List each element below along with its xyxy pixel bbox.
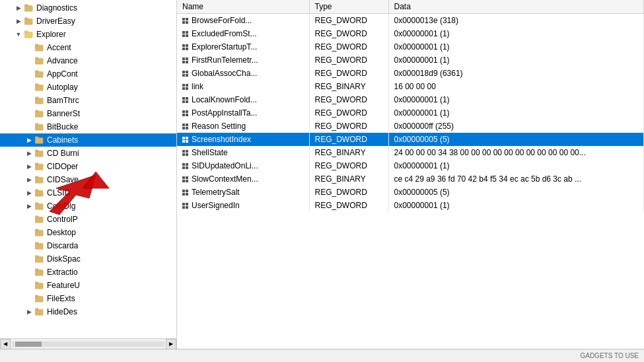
svg-rect-11	[35, 71, 38, 73]
folder-icon	[34, 267, 45, 277]
expand-arrow[interactable]	[24, 135, 34, 145]
values-panel: Name Type Data BrowseForFold...REG_DWORD…	[177, 0, 644, 349]
svg-rect-16	[35, 112, 43, 118]
tree-item-featureu[interactable]: FeatureU	[0, 279, 176, 292]
svg-rect-15	[35, 97, 38, 99]
tree-item-controlp[interactable]: ControlP	[0, 213, 176, 226]
expand-arrow[interactable]	[24, 201, 34, 211]
svg-rect-33	[35, 216, 38, 218]
cell-name-text: BrowseForFold...	[192, 16, 252, 25]
tree-item-bamthrc[interactable]: BamThrc	[0, 94, 176, 107]
tree-item-bitbucke[interactable]: BitBucke	[0, 120, 176, 133]
table-row[interactable]: ExcludedFromSt...REG_DWORD0x00000001 (1)	[177, 27, 644, 40]
svg-rect-30	[35, 204, 43, 210]
table-row[interactable]: linkREG_BINARY16 00 00 00	[177, 80, 644, 93]
tree-item-cabinets[interactable]: Cabinets	[0, 133, 176, 147]
tree-item-cidsave[interactable]: CIDSave	[0, 173, 176, 186]
col-header-name[interactable]: Name	[177, 0, 309, 14]
tree-item-comdlg[interactable]: ComDlg	[0, 199, 176, 213]
cell-name: TelemetrySalt	[177, 186, 309, 199]
svg-rect-18	[35, 125, 43, 131]
cell-type: REG_DWORD	[309, 120, 388, 133]
tree-item-label: DiskSpac	[47, 254, 81, 264]
svg-rect-9	[35, 57, 38, 59]
tree-item-clsid[interactable]: CLSID	[0, 186, 176, 199]
scroll-right-btn[interactable]: ▶	[166, 339, 176, 349]
folder-icon	[24, 3, 34, 13]
svg-rect-42	[35, 283, 43, 289]
folder-icon	[34, 307, 45, 317]
table-row[interactable]: BrowseForFold...REG_DWORD0x0000013e (318…	[177, 14, 644, 27]
svg-rect-26	[35, 178, 43, 184]
tree-item-appcont[interactable]: AppCont	[0, 67, 176, 81]
cell-name: SIDUpdatedOnLi...	[177, 159, 309, 172]
tree-item-drivereasy[interactable]: DriverEasy	[0, 15, 176, 28]
table-row[interactable]: UserSignedInREG_DWORD0x00000001 (1)	[177, 199, 644, 212]
folder-icon	[34, 95, 45, 106]
cell-name-text: SlowContextMen...	[192, 174, 258, 184]
tree-item-cidoper[interactable]: CIDOper	[0, 160, 176, 173]
tree-item-accent[interactable]: Accent	[0, 41, 176, 54]
svg-rect-3	[24, 18, 28, 20]
svg-rect-22	[35, 151, 43, 157]
folder-icon	[34, 174, 45, 185]
tree-scroll[interactable]: ◀ ▶	[0, 338, 176, 349]
tree-item-label: FeatureU	[47, 281, 80, 290]
tree-item-diagnostics[interactable]: Diagnostics	[0, 1, 176, 15]
cell-type: REG_BINARY	[309, 80, 388, 93]
tree-item-diskspac[interactable]: DiskSpac	[0, 252, 176, 266]
table-row[interactable]: FirstRunTelemetr...REG_DWORD0x00000001 (…	[177, 54, 644, 67]
expand-arrow[interactable]	[24, 148, 34, 159]
col-header-data[interactable]: Data	[388, 0, 644, 14]
tree-item-bannerst[interactable]: BannerSt	[0, 107, 176, 120]
expand-arrow[interactable]	[24, 188, 34, 198]
tree-item-desktop[interactable]: Desktop	[0, 226, 176, 239]
expand-arrow[interactable]	[24, 174, 34, 185]
expand-arrow[interactable]	[24, 161, 34, 172]
tree-item-hidedes[interactable]: HideDes	[0, 305, 176, 318]
tree-item-discarda[interactable]: Discarda	[0, 239, 176, 252]
tree-item-cdburni[interactable]: CD Burni	[0, 147, 176, 160]
table-row[interactable]: Reason SettingREG_DWORD0x000000ff (255)	[177, 120, 644, 133]
svg-rect-37	[35, 242, 38, 244]
h-scroll-track[interactable]	[12, 342, 164, 347]
expand-arrow[interactable]	[13, 16, 24, 26]
status-bar: GADGETS TO USE	[0, 349, 644, 362]
cell-data: 0x00000001 (1)	[388, 159, 644, 172]
tree-item-advance[interactable]: Advance	[0, 54, 176, 67]
expand-arrow[interactable]	[13, 29, 24, 40]
cell-name-text: Reason Setting	[192, 122, 246, 131]
cell-type: REG_BINARY	[309, 146, 388, 159]
table-row[interactable]: SlowContextMen...REG_BINARYce c4 29 a9 3…	[177, 172, 644, 186]
col-header-type[interactable]: Type	[309, 0, 388, 14]
tree-item-label: AppCont	[47, 69, 78, 79]
tree-item-label: Cabinets	[47, 135, 78, 145]
svg-rect-36	[35, 244, 43, 250]
table-row[interactable]: ScreenshotIndexREG_DWORD0x00000005 (5)	[177, 133, 644, 146]
folder-icon	[34, 69, 45, 79]
tree-item-explorer[interactable]: Explorer	[0, 28, 176, 41]
svg-rect-31	[35, 203, 38, 205]
status-text: GADGETS TO USE	[580, 352, 639, 359]
scroll-left-btn[interactable]: ◀	[0, 339, 11, 349]
table-row[interactable]: PostAppInstallTa...REG_DWORD0x00000001 (…	[177, 106, 644, 120]
tree-item-label: Extractio	[47, 268, 78, 277]
cell-name: ScreenshotIndex	[177, 133, 309, 146]
svg-rect-47	[35, 308, 38, 310]
tree-item-autoplay[interactable]: Autoplay	[0, 81, 176, 94]
table-row[interactable]: SIDUpdatedOnLi...REG_DWORD0x00000001 (1)	[177, 159, 644, 172]
expand-arrow[interactable]	[24, 307, 34, 317]
tree-item-fileexts[interactable]: FileExts	[0, 292, 176, 305]
table-row[interactable]: TelemetrySaltREG_DWORD0x00000005 (5)	[177, 186, 644, 199]
table-row[interactable]: ShellStateREG_BINARY24 00 00 00 34 38 00…	[177, 146, 644, 159]
table-row[interactable]: GlobalAssocCha...REG_DWORD0x000018d9 (63…	[177, 67, 644, 80]
cell-name-text: ScreenshotIndex	[192, 135, 251, 144]
table-row[interactable]: ExplorerStartupT...REG_DWORD0x00000001 (…	[177, 40, 644, 54]
expand-arrow[interactable]	[13, 3, 24, 13]
table-row[interactable]: LocalKnownFold...REG_DWORD0x00000001 (1)	[177, 93, 644, 106]
tree-item-label: BannerSt	[47, 109, 80, 118]
cell-data: 16 00 00 00	[388, 80, 644, 93]
cell-data: 0x00000001 (1)	[388, 27, 644, 40]
tree-item-extractio[interactable]: Extractio	[0, 266, 176, 279]
cell-name: link	[177, 80, 309, 93]
